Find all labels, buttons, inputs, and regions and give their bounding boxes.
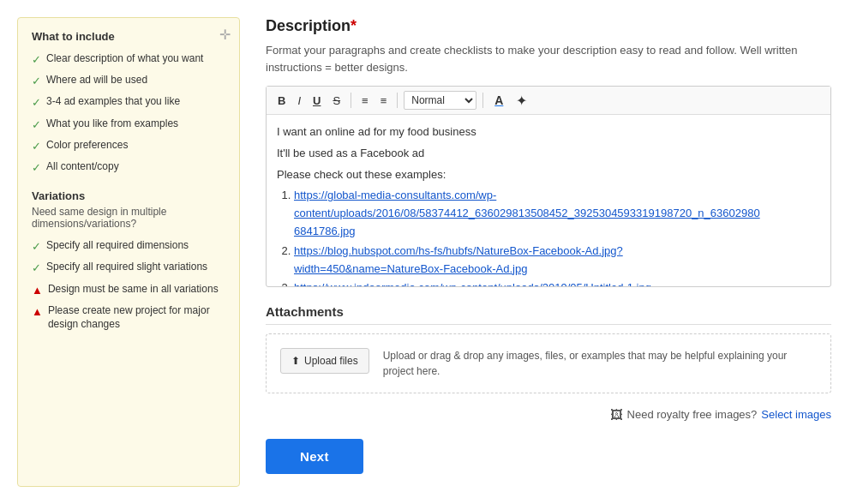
list-item-label: Please create new project for major desi… [48,303,225,333]
variations-title: Variations [32,189,225,202]
check-icon: ✓ [32,139,41,154]
list-item: ✓ What you like from examples [32,117,225,133]
section-title: Description* [266,17,831,35]
list-item-label: Design must be same in all variations [48,282,219,297]
list-item-label: Color preferences [46,138,128,153]
variations-list: ✓ Specify all required dimensions ✓ Spec… [32,238,225,332]
what-to-include-list: ✓ Clear description of what you want ✓ W… [32,51,225,176]
description-section: Description* Format your paragraphs and … [266,17,831,287]
list-item: ✓ All content/copy [32,159,225,176]
list-item: ✓ Where ad will be used [32,73,225,89]
warning-icon: ▲ [32,283,43,298]
list-item-label: Where ad will be used [46,73,147,87]
example-link-2[interactable]: https://blog.hubspot.com/hs-fs/hubfs/Nat… [294,244,623,275]
font-style-select[interactable]: Normal Heading 1 Heading 2 [404,91,476,110]
upload-icon: ⬆ [291,355,300,367]
list-item: ✓ Color preferences [32,138,225,154]
strikethrough-button[interactable]: S [328,93,345,109]
main-content: Description* Format your paragraphs and … [257,17,840,487]
editor-example-item: https://global-media-consultants.com/wp-… [294,187,808,240]
toolbar-divider [397,93,398,108]
editor-examples-list: https://global-media-consultants.com/wp-… [294,187,808,286]
variations-subtitle: Need same design in multiple dimensions/… [32,206,225,230]
list-item-label: All content/copy [46,159,119,174]
check-icon: ✓ [32,160,41,176]
attachments-section: Attachments ⬆ Upload files Upload or dra… [266,304,831,393]
upload-files-button[interactable]: ⬆ Upload files [280,348,369,374]
list-item: ✓ Specify all required dimensions [32,238,225,255]
toolbar-divider [351,93,351,108]
check-icon: ✓ [32,52,41,68]
editor-example-item: https://blog.hubspot.com/hs-fs/hubfs/Nat… [294,243,808,279]
check-icon: ✓ [32,95,41,111]
text-color-button[interactable]: A [489,91,508,110]
list-item: ✓ Clear description of what you want [32,51,225,68]
list-item: ✓ 3-4 ad examples that you like [32,94,225,111]
ordered-list-button[interactable]: ≡ [357,93,373,109]
bold-button[interactable]: B [273,93,290,109]
magic-button[interactable]: ✦ [512,91,530,110]
sidebar-title: What to include [32,30,225,43]
list-item: ▲ Design must be same in all variations [32,282,225,298]
example-link-1[interactable]: https://global-media-consultants.com/wp-… [294,189,760,237]
upload-description: Upload or drag & drop any images, files,… [383,348,817,379]
attachments-title: Attachments [266,304,831,325]
move-icon[interactable]: ✛ [219,27,231,43]
description-editor[interactable]: B I U S ≡ ≡ Normal Heading 1 Heading 2 A [266,86,831,287]
editor-line-3: Please check out these examples: [277,166,808,184]
editor-body[interactable]: I want an online ad for my food business… [267,115,830,286]
editor-content: I want an online ad for my food business… [277,123,820,286]
editor-line-2: It'll be used as a Facebook ad [277,145,808,163]
list-item-label: Specify all required slight variations [46,260,207,274]
next-button[interactable]: Next [266,439,363,474]
list-item-label: Clear description of what you want [46,51,203,66]
image-icon: 🖼 [610,407,623,422]
editor-toolbar: B I U S ≡ ≡ Normal Heading 1 Heading 2 A [267,87,830,115]
italic-button[interactable]: I [293,93,305,109]
section-description: Format your paragraphs and create checkl… [266,42,831,75]
list-item-label: What you like from examples [46,117,178,131]
list-item-label: Specify all required dimensions [46,238,189,253]
underline-button[interactable]: U [309,93,325,109]
select-images-link[interactable]: Select images [761,408,831,421]
check-icon: ✓ [32,239,41,255]
warning-icon: ▲ [32,304,43,320]
upload-area: ⬆ Upload files Upload or drag & drop any… [266,333,831,393]
list-item: ✓ Specify all required slight variations [32,260,225,276]
editor-line-1: I want an online ad for my food business [277,123,808,141]
editor-example-item: https://www.indoormedia.com/wp-content/u… [294,279,808,286]
check-icon: ✓ [32,74,41,89]
sidebar-panel: ✛ What to include ✓ Clear description of… [17,17,240,487]
list-item: ▲ Please create new project for major de… [32,303,225,333]
required-star: * [351,17,357,34]
royalty-text: Need royalty free images? [627,408,758,421]
list-item-label: 3-4 ad examples that you like [46,94,180,109]
check-icon: ✓ [32,261,41,276]
royalty-row: 🖼 Need royalty free images? Select image… [266,407,831,422]
unordered-list-button[interactable]: ≡ [376,93,392,109]
toolbar-divider [482,93,483,108]
check-icon: ✓ [32,117,41,133]
variations-section: Variations Need same design in multiple … [32,189,225,332]
example-link-3[interactable]: https://www.indoormedia.com/wp-content/u… [294,281,651,286]
